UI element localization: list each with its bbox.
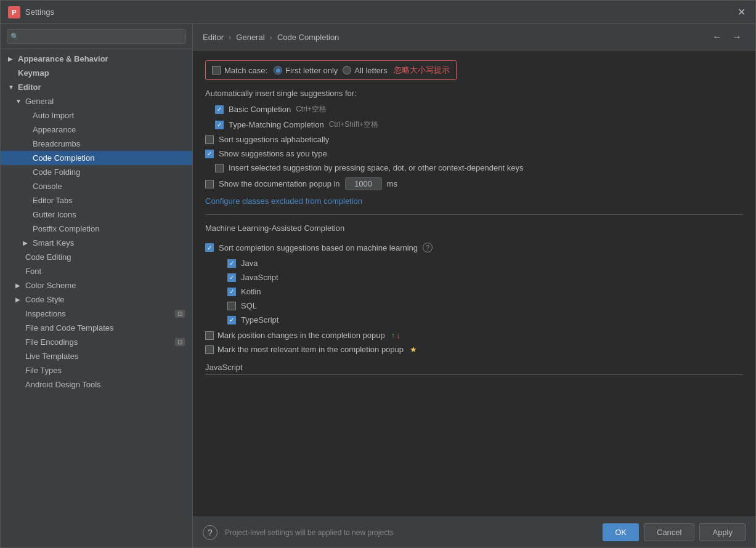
sidebar-item-postfix-completion[interactable]: Postfix Completion	[1, 222, 192, 236]
ml-sort-checkbox[interactable]	[205, 243, 214, 252]
panel-body: Match case: First letter only All letter…	[193, 50, 755, 517]
sidebar-item-code-editing[interactable]: Code Editing	[1, 250, 192, 264]
match-case-checkbox-label[interactable]: Match case:	[212, 66, 267, 75]
breadcrumb-general: General	[236, 33, 264, 42]
nav-back-button[interactable]: ←	[709, 30, 726, 44]
sidebar-item-label: Console	[33, 182, 62, 191]
basic-completion-checkbox[interactable]	[215, 105, 224, 114]
search-input[interactable]	[7, 29, 186, 44]
close-button[interactable]: ✕	[735, 4, 748, 20]
file-encodings-badge: ⊡	[175, 338, 185, 346]
action-buttons: OK Cancel Apply	[603, 523, 746, 541]
popup-ms-input[interactable]	[345, 177, 382, 190]
insert-selected-checkbox[interactable]	[215, 164, 224, 172]
sidebar-item-code-completion[interactable]: Code Completion	[1, 151, 192, 165]
sidebar-item-auto-import[interactable]: Auto Import	[1, 108, 192, 123]
first-letter-radio-label[interactable]: First letter only	[274, 66, 338, 75]
sidebar-item-file-encodings[interactable]: File Encodings ⊡	[1, 335, 192, 349]
settings-window: P Settings ✕ ▶ Appearance & Behavior	[0, 0, 756, 548]
first-letter-label: First letter only	[285, 66, 338, 75]
sidebar-item-label: Editor Tabs	[33, 196, 73, 205]
sidebar-item-smart-keys[interactable]: ▶ Smart Keys	[1, 236, 192, 250]
mark-position-row: Mark position changes in the completion …	[205, 331, 743, 340]
all-letters-radio[interactable]	[343, 66, 351, 75]
ml-java-checkbox[interactable]	[227, 259, 236, 268]
sidebar-item-android-design-tools[interactable]: Android Design Tools	[1, 377, 192, 392]
cancel-button[interactable]: Cancel	[644, 523, 694, 541]
sidebar-item-file-code-templates[interactable]: File and Code Templates	[1, 321, 192, 335]
sidebar-item-color-scheme[interactable]: ▶ Color Scheme	[1, 278, 192, 292]
show-doc-popup-checkbox[interactable]	[205, 180, 214, 188]
mark-position-checkbox[interactable]	[205, 331, 214, 340]
match-case-checkbox[interactable]	[212, 66, 221, 75]
type-matching-label: Type-Matching Completion	[229, 120, 324, 129]
sidebar-item-code-folding[interactable]: Code Folding	[1, 165, 192, 179]
sidebar-item-label: Breadcrumbs	[33, 139, 80, 148]
sidebar-item-label: Font	[25, 267, 41, 276]
ml-kotlin-checkbox[interactable]	[227, 288, 236, 296]
type-matching-checkbox[interactable]	[215, 121, 224, 129]
sidebar-item-appearance[interactable]: Appearance	[1, 123, 192, 137]
sidebar-item-appearance-behavior[interactable]: ▶ Appearance & Behavior	[1, 52, 192, 66]
title-bar: P Settings ✕	[1, 1, 755, 24]
sidebar-item-label: Color Scheme	[25, 281, 76, 290]
sidebar-item-live-templates[interactable]: Live Templates	[1, 349, 192, 363]
help-icon[interactable]: ?	[423, 243, 433, 252]
insert-selected-label: Insert selected suggestion by pressing s…	[229, 163, 523, 172]
sidebar-item-label: Code Completion	[33, 153, 94, 163]
sidebar-item-label: Appearance	[33, 125, 76, 134]
sidebar-item-general[interactable]: ▼ General	[1, 94, 192, 108]
configure-classes-link[interactable]: Configure classes excluded from completi…	[205, 196, 362, 206]
ml-sql-checkbox[interactable]	[227, 302, 236, 310]
sidebar-item-label: Inspections	[25, 309, 66, 318]
first-letter-radio[interactable]	[274, 66, 282, 75]
ml-sort-row: Sort completion suggestions based on mac…	[205, 243, 743, 252]
inspections-badge: ⊡	[175, 310, 185, 318]
sidebar-item-code-style[interactable]: ▶ Code Style	[1, 292, 192, 307]
ml-sort-label: Sort completion suggestions based on mac…	[219, 243, 418, 252]
breadcrumb-editor: Editor	[203, 33, 224, 42]
sidebar-item-font[interactable]: Font	[1, 264, 192, 278]
show-doc-popup-label: Show the documentation popup in	[219, 179, 340, 188]
sidebar-item-editor[interactable]: ▼ Editor	[1, 80, 192, 94]
sidebar-item-editor-tabs[interactable]: Editor Tabs	[1, 193, 192, 208]
ml-typescript-checkbox[interactable]	[227, 316, 236, 324]
hint-text: 忽略大小写提示	[394, 65, 450, 76]
help-button[interactable]: ?	[203, 525, 217, 540]
breadcrumb-nav: ← →	[709, 30, 746, 44]
mark-relevant-checkbox[interactable]	[205, 345, 214, 354]
main-content: ▶ Appearance & Behavior Keymap ▼ Editor …	[1, 24, 755, 547]
ml-kotlin-row: Kotlin	[205, 287, 743, 296]
sidebar-item-gutter-icons[interactable]: Gutter Icons	[1, 208, 192, 222]
popup-ms-unit: ms	[387, 179, 397, 188]
sidebar-item-console[interactable]: Console	[1, 179, 192, 193]
show-suggestions-checkbox[interactable]	[205, 150, 214, 158]
apply-button[interactable]: Apply	[699, 523, 746, 541]
nav-forward-button[interactable]: →	[728, 30, 746, 44]
sidebar-item-label: Code Editing	[25, 252, 71, 262]
all-letters-radio-label[interactable]: All letters	[343, 66, 387, 75]
sidebar-item-breadcrumbs[interactable]: Breadcrumbs	[1, 137, 192, 151]
sort-alpha-checkbox[interactable]	[205, 135, 214, 144]
sort-alpha-row: Sort suggestions alphabetically	[205, 135, 743, 144]
arrow-icon: ▶	[8, 55, 15, 62]
ml-javascript-checkbox[interactable]	[227, 273, 236, 282]
sidebar-item-inspections[interactable]: Inspections ⊡	[1, 307, 192, 321]
ml-section-title: Machine Learning-Assisted Completion	[205, 224, 743, 235]
ok-button[interactable]: OK	[603, 523, 639, 541]
sidebar-tree: ▶ Appearance & Behavior Keymap ▼ Editor …	[1, 49, 192, 547]
arrow-icon: ▼	[8, 84, 15, 91]
breadcrumb-bar: Editor › General › Code Completion ← →	[193, 24, 755, 50]
sidebar-item-file-types[interactable]: File Types	[1, 363, 192, 377]
mark-position-label: Mark position changes in the completion …	[217, 331, 385, 340]
all-letters-label: All letters	[354, 66, 387, 75]
sidebar-item-label: Code Folding	[33, 167, 80, 177]
sidebar-item-label: Smart Keys	[33, 238, 74, 248]
bottom-bar: ? Project-level settings will be applied…	[193, 517, 755, 547]
radio-group: First letter only All letters	[274, 66, 388, 75]
sidebar-item-keymap[interactable]: Keymap	[1, 66, 192, 80]
star-icon: ★	[410, 345, 417, 354]
show-suggestions-row: Show suggestions as you type	[205, 149, 743, 158]
ml-javascript-row: JavaScript	[205, 273, 743, 282]
ml-kotlin-label: Kotlin	[241, 287, 261, 296]
